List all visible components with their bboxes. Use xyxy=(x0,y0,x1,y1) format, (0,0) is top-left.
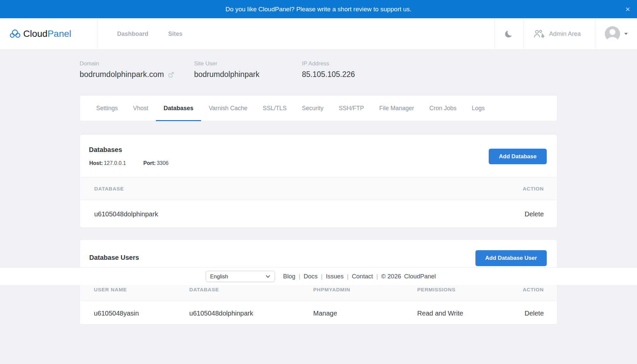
user-name: u6105048yasin xyxy=(80,310,189,317)
add-database-user-button[interactable]: Add Database User xyxy=(475,250,547,266)
host-port-line: Host:127.0.0.1 Port:3306 xyxy=(89,160,169,166)
domain-label: Domain xyxy=(80,60,174,67)
chevron-down-icon xyxy=(624,33,628,35)
chevron-down-icon xyxy=(265,275,270,278)
brand-text: CloudPanel xyxy=(23,29,71,39)
tab-file-manager[interactable]: File Manager xyxy=(372,96,422,121)
footer-links: Blog | Docs | Issues | Contact | © 2026 … xyxy=(283,273,436,280)
review-banner: Do you like CloudPanel? Please write a s… xyxy=(0,0,637,18)
site-user-value: bodrumdolphinpark xyxy=(194,70,259,79)
site-user-info: Site User bodrumdolphinpark xyxy=(194,60,259,79)
language-value: English xyxy=(210,273,228,280)
admin-area-label: Admin Area xyxy=(549,30,581,37)
site-user-label: Site User xyxy=(194,60,259,67)
phpmyadmin-manage-link[interactable]: Manage xyxy=(313,310,337,317)
tab-ssh-ftp[interactable]: SSH/FTP xyxy=(331,96,372,121)
col-user-name: USER NAME xyxy=(80,287,189,293)
footer-brand-link[interactable]: CloudPanel xyxy=(404,273,436,280)
users-gear-icon xyxy=(533,29,545,38)
footer-link-contact[interactable]: Contact xyxy=(352,273,373,280)
nav-dashboard[interactable]: Dashboard xyxy=(117,18,148,49)
tab-settings[interactable]: Settings xyxy=(89,96,125,121)
divider xyxy=(98,18,98,49)
avatar xyxy=(605,26,620,41)
moon-icon xyxy=(505,30,513,38)
ip-info: IP Address 85.105.105.226 xyxy=(302,60,355,79)
external-link-icon[interactable] xyxy=(168,71,174,78)
tab-databases[interactable]: Databases xyxy=(156,96,201,121)
user-menu[interactable] xyxy=(605,18,628,49)
tab-vhost[interactable]: Vhost xyxy=(125,96,156,121)
cloudpanel-logo[interactable]: CloudPanel xyxy=(10,18,71,49)
col-database: DATABASE xyxy=(189,287,313,293)
footer-bar: English Blog | Docs | Issues | Contact |… xyxy=(0,267,637,285)
nav-sites[interactable]: Sites xyxy=(168,18,182,49)
database-name: u6105048dolphinpark xyxy=(80,210,189,218)
tab-ssl-tls[interactable]: SSL/TLS xyxy=(255,96,294,121)
ip-value: 85.105.105.226 xyxy=(302,70,355,79)
divider xyxy=(595,18,595,49)
tab-security[interactable]: Security xyxy=(294,96,331,121)
divider xyxy=(523,18,524,49)
footer-copyright: © 2026 xyxy=(381,273,401,280)
add-database-button[interactable]: Add Database xyxy=(489,149,547,164)
cloud-logo-icon xyxy=(10,30,20,38)
database-row: u6105048dolphinpark Delete xyxy=(80,200,557,228)
tab-cron-jobs[interactable]: Cron Jobs xyxy=(422,96,464,121)
domain-info: Domain bodrumdolphinpark.com xyxy=(80,60,174,79)
tab-logs[interactable]: Logs xyxy=(464,96,492,121)
col-action: ACTION xyxy=(510,287,557,293)
admin-area-button[interactable]: Admin Area xyxy=(533,18,581,49)
databases-table-header: DATABASE ACTION xyxy=(80,177,557,200)
banner-message: Do you like CloudPanel? Please write a s… xyxy=(226,6,412,13)
col-database: DATABASE xyxy=(80,186,189,192)
user-permissions: Read and Write xyxy=(417,310,510,317)
tab-varnish-cache[interactable]: Varnish Cache xyxy=(201,96,255,121)
divider xyxy=(494,18,495,49)
dark-mode-toggle[interactable] xyxy=(501,18,517,49)
footer-link-docs[interactable]: Docs xyxy=(304,273,318,280)
delete-user-link[interactable]: Delete xyxy=(525,310,544,317)
user-database: u6105048dolphinpark xyxy=(189,310,313,317)
databases-title: Databases xyxy=(89,146,122,154)
top-header: CloudPanel Dashboard Sites Ad xyxy=(0,18,637,50)
ip-label: IP Address xyxy=(302,60,355,67)
col-phpmyadmin: PHPMYADMIN xyxy=(313,287,417,293)
footer-link-issues[interactable]: Issues xyxy=(326,273,343,280)
delete-database-link[interactable]: Delete xyxy=(525,210,544,218)
database-user-row: u6105048yasin u6105048dolphinpark Manage… xyxy=(80,302,557,325)
database-users-title: Database Users xyxy=(89,254,139,261)
language-select[interactable]: English xyxy=(206,271,275,282)
banner-close-icon[interactable]: × xyxy=(625,5,630,13)
col-permissions: PERMISSIONS xyxy=(417,287,510,293)
databases-card: Databases Host:127.0.0.1 Port:3306 Add D… xyxy=(80,134,557,228)
footer-link-blog[interactable]: Blog xyxy=(283,273,295,280)
col-action: ACTION xyxy=(189,186,557,192)
site-tabs: Settings Vhost Databases Varnish Cache S… xyxy=(80,95,557,121)
domain-value: bodrumdolphinpark.com xyxy=(80,70,164,79)
